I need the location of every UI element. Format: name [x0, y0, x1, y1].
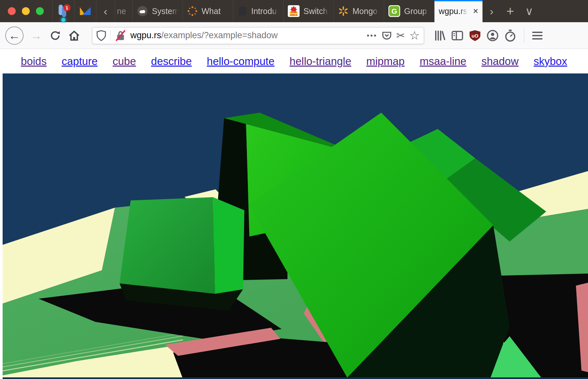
navigation-toolbar: ← →: [0, 22, 588, 49]
cyan-indicator-dot: [61, 18, 65, 22]
reload-icon: [50, 30, 61, 41]
scroll-tabs-right-button[interactable]: ›: [482, 0, 501, 22]
ublock-icon[interactable]: uO: [469, 30, 481, 41]
svg-text:G: G: [391, 7, 397, 15]
close-window-button[interactable]: [8, 7, 16, 15]
home-icon: [68, 30, 80, 41]
link-skybox[interactable]: skybox: [533, 55, 567, 68]
tab-label: wgpu.rs: [439, 7, 468, 16]
stopwatch-icon[interactable]: [504, 29, 516, 42]
green-g-icon: G: [388, 5, 400, 17]
sidebar-icon[interactable]: [451, 30, 463, 41]
tab-bar: 1 ‹ ne System: [0, 0, 588, 22]
game-deals-icon: GAME DEALS: [288, 5, 300, 17]
forward-arrow-icon: →: [30, 29, 42, 42]
canvas-bottom-edge: [3, 377, 588, 379]
tab-what[interactable]: What: [183, 0, 233, 22]
link-cube[interactable]: cube: [113, 55, 136, 68]
bookmark-star-icon[interactable]: ☆: [409, 30, 420, 41]
tab-introducing[interactable]: Introdu: [233, 0, 283, 22]
minimize-window-button[interactable]: [22, 7, 30, 15]
forward-button[interactable]: →: [27, 26, 46, 45]
tab-label: Group: [404, 7, 430, 16]
tab-label: What: [202, 7, 229, 16]
url-bar[interactable]: wgpu.rs/examples/?example=shadow ••• ✂ ☆: [92, 27, 424, 44]
svg-text:uO: uO: [472, 33, 479, 39]
scroll-tabs-left-button[interactable]: ‹: [96, 0, 115, 22]
small-cube-front-face: [120, 197, 215, 294]
link-msaa-line[interactable]: msaa-line: [420, 55, 466, 68]
library-icon[interactable]: [434, 30, 446, 41]
link-capture[interactable]: capture: [62, 55, 98, 68]
orange-spark-icon: [338, 6, 349, 16]
menu-icon[interactable]: [532, 32, 543, 39]
toolbar-right-icons: uO: [434, 29, 543, 42]
toolbar-divider: [524, 29, 524, 42]
window-controls: [0, 0, 52, 22]
zoom-window-button[interactable]: [36, 7, 44, 15]
close-tab-icon[interactable]: ×: [473, 6, 478, 16]
pinned-tab-mail[interactable]: [74, 0, 96, 22]
pinned-tab-clip[interactable]: 1: [52, 0, 74, 22]
svg-text:GAME: GAME: [291, 11, 297, 13]
tab-label: Switch: [303, 7, 329, 16]
new-tab-button[interactable]: +: [501, 0, 520, 22]
small-cube-right-face: [213, 197, 244, 294]
url-text[interactable]: wgpu.rs/examples/?example=shadow: [130, 30, 363, 40]
tab-system[interactable]: System: [132, 0, 183, 22]
tab-wgpu-active[interactable]: wgpu.rs ×: [434, 0, 482, 22]
chevron-down-icon: ∨: [525, 5, 533, 18]
tab-overflow-partial[interactable]: ne: [115, 0, 132, 22]
link-describe[interactable]: describe: [151, 55, 192, 68]
link-hello-triangle[interactable]: hello-triangle: [289, 55, 351, 68]
tracking-shield-icon[interactable]: [96, 30, 106, 41]
clip-app-icon: 1: [56, 3, 71, 19]
webgpu-canvas[interactable]: [3, 73, 588, 379]
url-path: /examples/?example=shadow: [161, 30, 278, 40]
tabbar-empty-space: [539, 0, 588, 22]
url-host: wgpu.rs: [130, 30, 161, 40]
tab-label: System: [152, 7, 178, 16]
notification-badge: 1: [66, 5, 68, 10]
sparkle-dots-icon: [187, 6, 198, 16]
tab-label: Mongo: [352, 7, 380, 16]
tab-label: ne: [117, 7, 128, 16]
lock-slash-icon[interactable]: [115, 30, 126, 41]
urlbar-divider: [110, 30, 111, 41]
mail-flag-icon: [78, 5, 92, 17]
link-mipmap[interactable]: mipmap: [366, 55, 404, 68]
home-button[interactable]: [65, 26, 84, 45]
back-button[interactable]: ←: [5, 26, 24, 45]
tab-label: Introdu: [251, 7, 279, 16]
chevron-right-icon: ›: [490, 5, 493, 18]
cloud-icon: [137, 6, 148, 17]
reload-button[interactable]: [46, 26, 65, 45]
back-arrow-icon: ←: [8, 29, 20, 42]
account-icon[interactable]: [487, 30, 498, 41]
browser-window: 1 ‹ ne System: [0, 0, 588, 379]
dark-page-icon: [237, 6, 247, 16]
chevron-left-icon: ‹: [104, 5, 107, 18]
svg-text:DEALS: DEALS: [290, 14, 297, 16]
link-shadow[interactable]: shadow: [482, 55, 519, 68]
page-actions-icon[interactable]: •••: [367, 31, 377, 40]
tab-switch[interactable]: GAME DEALS Switch: [283, 0, 334, 22]
link-hello-compute[interactable]: hello-compute: [207, 55, 274, 68]
screenshot-scissors-icon[interactable]: ✂: [396, 29, 405, 42]
plus-icon: +: [506, 4, 514, 19]
list-all-tabs-button[interactable]: ∨: [520, 0, 539, 22]
pocket-icon[interactable]: [382, 30, 392, 41]
link-boids[interactable]: boids: [21, 55, 47, 68]
example-links-row: boids capture cube describe hello-comput…: [0, 49, 588, 73]
tab-mongo[interactable]: Mongo: [334, 0, 384, 22]
tab-group[interactable]: G Group: [384, 0, 434, 22]
